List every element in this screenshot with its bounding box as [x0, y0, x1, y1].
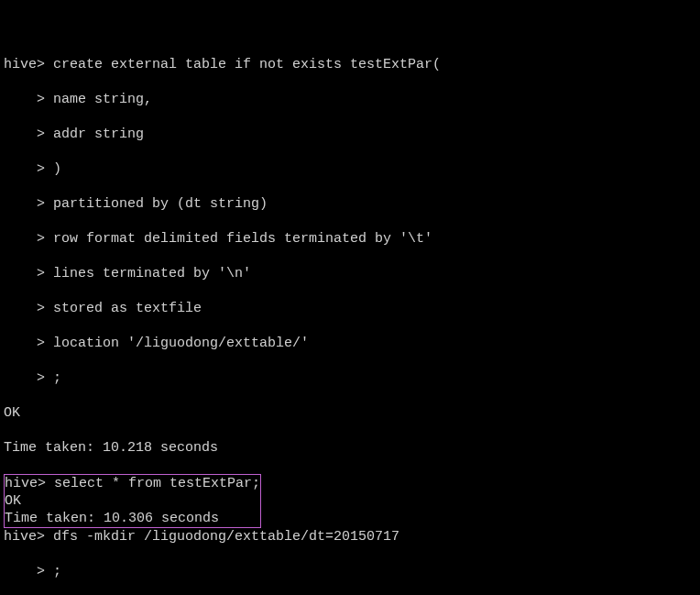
term-line: > location '/liguodong/exttable/' — [4, 335, 696, 352]
term-line: hive> create external table if not exist… — [4, 56, 696, 73]
term-line: > partitioned by (dt string) — [4, 195, 696, 213]
term-line: > ; — [4, 563, 696, 580]
result-ok: OK — [5, 492, 260, 510]
term-line: > lines terminated by '\n' — [4, 265, 696, 282]
term-line: > ; — [4, 369, 696, 387]
result-ok: OK — [4, 404, 696, 422]
term-line: > row format delimited fields terminated… — [4, 230, 696, 248]
highlight-box-select-1: hive> select * from testExtPar;OKTime ta… — [4, 474, 261, 528]
term-line: > stored as textfile — [4, 300, 696, 317]
term-line: > addr string — [4, 126, 696, 143]
term-line: hive> dfs -mkdir /liguodong/exttable/dt=… — [4, 528, 696, 545]
time-taken: Time taken: 10.218 seconds — [4, 439, 696, 457]
term-line: > ) — [4, 160, 696, 178]
term-line: > name string, — [4, 91, 696, 108]
time-taken: Time taken: 10.306 seconds — [5, 510, 260, 527]
term-line: hive> select * from testExtPar; — [5, 475, 260, 492]
